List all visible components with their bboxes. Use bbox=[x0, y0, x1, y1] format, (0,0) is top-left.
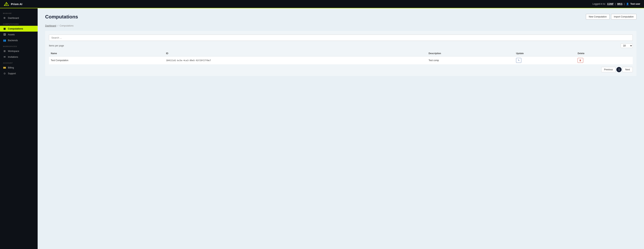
sidebar-item-workspace[interactable]: ⊞ Workspace bbox=[0, 48, 38, 54]
app-body: MANAGE ⚙ Dashboard COMPUTATIONS ▦ Comput… bbox=[0, 8, 644, 249]
top-actions: New Computation Import Computation bbox=[586, 14, 636, 20]
billing-icon: 💳 bbox=[3, 66, 6, 69]
search-input[interactable] bbox=[49, 34, 633, 41]
wks-link[interactable]: WKS bbox=[617, 3, 622, 5]
top-navbar: Prism AI Logged-in to: CONF | WKS | 👤 Te… bbox=[0, 0, 644, 8]
brand-name: Prism AI bbox=[11, 2, 22, 6]
content-card: Items per page 10 25 50 Name ID Descript… bbox=[45, 31, 636, 76]
col-update: Update bbox=[514, 50, 576, 56]
sidebar-label-backends: Backends bbox=[8, 39, 18, 42]
user-icon: 👤 bbox=[626, 3, 629, 5]
cell-delete: 🗑 bbox=[576, 56, 633, 64]
logged-in-label: Logged-in to: bbox=[592, 3, 606, 5]
sidebar-item-computations[interactable]: ▦ Computations bbox=[0, 26, 38, 32]
import-computation-button[interactable]: Import Computation bbox=[611, 14, 636, 20]
sidebar-label-workspace: Workspace bbox=[8, 50, 19, 52]
user-name-label: Test user bbox=[630, 3, 640, 5]
svg-line-2 bbox=[4, 4, 8, 6]
cell-update: ✎ bbox=[514, 56, 576, 64]
col-id: ID bbox=[164, 50, 427, 56]
sidebar-label-support: Support bbox=[8, 72, 16, 75]
brand-logo-icon bbox=[4, 2, 9, 6]
page-1-button[interactable]: 1 bbox=[616, 67, 622, 72]
items-per-page-label: Items per page bbox=[49, 44, 64, 47]
workspace-icon: ⊞ bbox=[3, 50, 6, 52]
sidebar-item-invitations[interactable]: ✉ Invitations bbox=[0, 54, 38, 60]
backends-icon: 👥 bbox=[3, 39, 6, 42]
sidebar-label-assets: Assets bbox=[8, 33, 15, 36]
nav-sep: | bbox=[615, 3, 616, 5]
sidebar-label-dashboard: Dashboard bbox=[8, 17, 19, 19]
assets-icon: 🖼 bbox=[3, 33, 6, 36]
sidebar-item-support[interactable]: ⊙ Support bbox=[0, 70, 38, 76]
items-per-page-select[interactable]: 10 25 50 bbox=[621, 44, 633, 48]
sidebar-item-backends[interactable]: 👥 Backends bbox=[0, 38, 38, 43]
cell-id: 184111d1-bc5e-4ca3-89e5-92f29f27f8e7 bbox=[164, 56, 427, 64]
next-button[interactable]: Next bbox=[622, 67, 633, 72]
table-row: Test Computation184111d1-bc5e-4ca3-89e5-… bbox=[49, 56, 633, 64]
delete-button[interactable]: 🗑 bbox=[578, 58, 583, 63]
computations-table: Name ID Description Update Delete Test C… bbox=[49, 50, 633, 64]
sidebar-label-computations: Computations bbox=[8, 28, 23, 30]
previous-button[interactable]: Previous bbox=[601, 67, 616, 72]
new-computation-button[interactable]: New Computation bbox=[586, 14, 610, 20]
sidebar-label-billing: Billing bbox=[8, 66, 14, 69]
sidebar-label-invitations: Invitations bbox=[8, 56, 18, 58]
sidebar-item-assets[interactable]: 🖼 Assets bbox=[0, 32, 38, 38]
page-title: Computations bbox=[45, 14, 78, 20]
invitations-icon: ✉ bbox=[3, 56, 6, 58]
breadcrumb-computations: Computations bbox=[60, 24, 74, 27]
computations-icon: ▦ bbox=[3, 27, 6, 30]
sidebar: MANAGE ⚙ Dashboard COMPUTATIONS ▦ Comput… bbox=[0, 8, 38, 249]
col-description: Description bbox=[427, 50, 514, 56]
sidebar-section-workspaces: WORKSPACES bbox=[0, 43, 38, 48]
edit-button[interactable]: ✎ bbox=[516, 58, 521, 63]
sidebar-section-manage: MANAGE bbox=[0, 10, 38, 15]
col-name: Name bbox=[49, 50, 164, 56]
breadcrumb: Dashboard / Computations bbox=[45, 24, 636, 27]
cell-name: Test Computation bbox=[49, 56, 164, 64]
brand: Prism AI bbox=[4, 2, 22, 6]
sidebar-item-dashboard[interactable]: ⚙ Dashboard bbox=[0, 15, 38, 21]
sidebar-section-computations: COMPUTATIONS bbox=[0, 21, 38, 26]
main-content: Computations New Computation Import Comp… bbox=[38, 8, 644, 249]
breadcrumb-dashboard[interactable]: Dashboard bbox=[45, 24, 56, 27]
pagination: Previous 1 Next bbox=[49, 67, 633, 72]
sidebar-section-account: ACCOUNT bbox=[0, 60, 38, 65]
nav-sep2: | bbox=[624, 3, 624, 5]
dashboard-icon: ⚙ bbox=[3, 16, 6, 19]
conf-link[interactable]: CONF bbox=[607, 3, 614, 5]
support-icon: ⊙ bbox=[3, 72, 6, 75]
sidebar-item-billing[interactable]: 💳 Billing bbox=[0, 65, 38, 70]
cell-description: Test comp bbox=[427, 56, 514, 64]
navbar-right: Logged-in to: CONF | WKS | 👤 Test user bbox=[592, 3, 640, 5]
col-delete: Delete bbox=[576, 50, 633, 56]
breadcrumb-sep: / bbox=[58, 24, 58, 27]
table-header-row: Name ID Description Update Delete bbox=[49, 50, 633, 56]
items-per-page-row: Items per page 10 25 50 bbox=[49, 44, 633, 48]
